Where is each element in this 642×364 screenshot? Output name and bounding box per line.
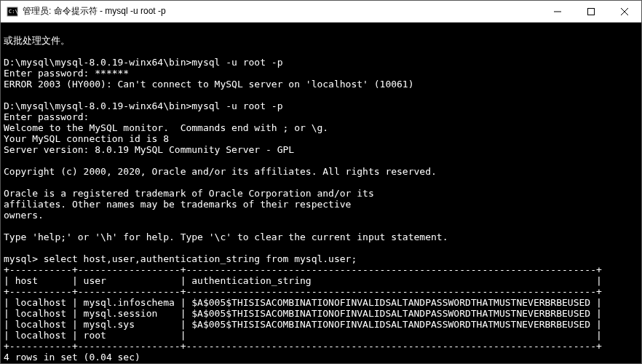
window-controls (541, 1, 641, 22)
table-header: | host | user | authentication_string | (4, 275, 602, 286)
terminal-line: Server version: 8.0.19 MySQL Community S… (4, 144, 294, 155)
terminal-line: Your MySQL connection id is 8 (4, 133, 169, 144)
titlebar[interactable]: C:\ 管理员: 命令提示符 - mysql -u root -p (1, 1, 641, 23)
window-title: 管理员: 命令提示符 - mysql -u root -p (23, 5, 166, 17)
terminal-line: affiliates. Other names may be trademark… (4, 199, 351, 210)
table-border: +-----------+------------------+--------… (4, 341, 602, 352)
terminal-line: D:\mysql\mysql-8.0.19-winx64\bin>mysql -… (4, 100, 283, 111)
terminal-line: Welcome to the MySQL monitor. Commands e… (4, 122, 328, 133)
terminal-line: ERROR 2003 (HY000): Can't connect to MyS… (4, 79, 414, 90)
svg-text:C:\: C:\ (9, 9, 18, 15)
terminal-line: Enter password: (4, 111, 89, 122)
table-row: | localhost | mysql.sys | $A$005$THISISA… (4, 319, 602, 330)
command-prompt-window: C:\ 管理员: 命令提示符 - mysql -u root -p 或批处理文件… (0, 0, 642, 364)
table-row: | localhost | mysql.infoschema | $A$005$… (4, 297, 602, 308)
terminal-line: Enter password: ****** (4, 68, 129, 79)
terminal-line: D:\mysql\mysql-8.0.19-winx64\bin>mysql -… (4, 57, 283, 68)
terminal-line: 4 rows in set (0.04 sec) (4, 352, 140, 363)
terminal-line: Copyright (c) 2000, 2020, Oracle and/or … (4, 166, 437, 177)
close-button[interactable] (608, 1, 641, 23)
table-border: +-----------+------------------+--------… (4, 264, 602, 275)
svg-rect-3 (588, 9, 595, 15)
minimize-button[interactable] (541, 1, 574, 23)
terminal-line: owners. (4, 210, 44, 221)
terminal-line: Type 'help;' or '\h' for help. Type '\c'… (4, 232, 448, 242)
table-row: | localhost | mysql.session | $A$005$THI… (4, 308, 602, 319)
terminal-line: Oracle is a registered trademark of Orac… (4, 188, 374, 199)
terminal-area[interactable]: 或批处理文件。 D:\mysql\mysql-8.0.19-winx64\bin… (1, 23, 641, 363)
maximize-button[interactable] (574, 1, 608, 23)
terminal-line: mysql> select host,user,authentication_s… (4, 253, 357, 264)
table-row: | localhost | root | | (4, 330, 602, 341)
table-border: +-----------+------------------+--------… (4, 286, 602, 297)
cmd-icon: C:\ (7, 6, 18, 17)
terminal-line: 或批处理文件。 (4, 35, 70, 46)
